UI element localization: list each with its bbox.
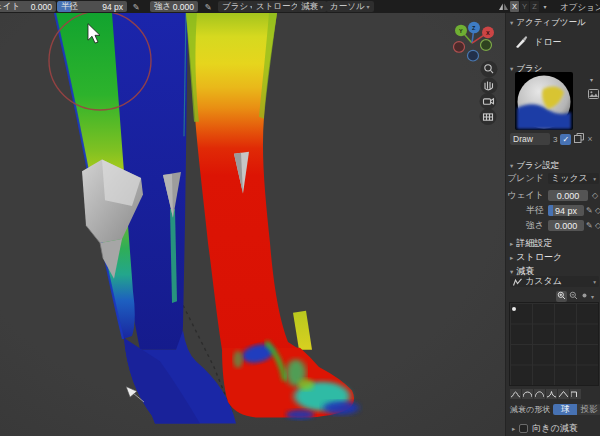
zoom-button[interactable] — [481, 61, 498, 77]
weight-field-value: 0.000 — [31, 2, 52, 12]
curve-toolbar: ▾ — [556, 291, 600, 302]
chevron-right-icon: ▸ — [512, 425, 515, 433]
falloff-shape-row: 減衰の形状 球 投影 — [510, 404, 600, 415]
gizmo-axis-x-neg[interactable] — [454, 42, 465, 53]
curve-icon — [513, 278, 522, 286]
brush-image-icon[interactable] — [588, 89, 599, 101]
mirror-dropdown-icon[interactable]: ▾ — [540, 1, 550, 12]
brush-preview-dropdown-icon[interactable]: ▾ — [590, 76, 593, 83]
front-face-falloff-row[interactable]: ▸ 向きの減衰 — [512, 422, 600, 435]
preset-constant-button[interactable] — [570, 389, 581, 399]
chevron-down-icon: ▾ — [510, 162, 513, 170]
active-tool-name: ドロー — [534, 36, 561, 49]
pan-hand-button[interactable] — [481, 78, 498, 94]
curve-zoom-in-icon[interactable] — [556, 291, 567, 302]
brush-fake-user-toggle[interactable]: ✓ — [560, 134, 571, 145]
shape-sphere-button[interactable]: 球 — [553, 404, 577, 415]
strength-field-label: 強さ — [154, 1, 171, 12]
panel-radius-slider[interactable]: 94 px — [548, 205, 584, 216]
brush-preview[interactable] — [515, 72, 573, 130]
stroke-title: ストローク — [516, 251, 562, 264]
panel-strength-label: 強さ — [506, 219, 544, 232]
curve-zoom-out-icon[interactable] — [569, 291, 578, 302]
strength-edit-icon[interactable]: ✎ — [201, 1, 215, 12]
brush-name-field[interactable]: Draw — [510, 133, 550, 145]
front-face-label: 向きの減衰 — [532, 422, 577, 435]
brush-settings-title: ブラシ設定 — [516, 160, 559, 172]
preset-sharp-button[interactable] — [546, 389, 557, 399]
chevron-down-icon: ▾ — [510, 65, 513, 73]
brush-user-count[interactable]: 3 — [553, 135, 557, 144]
strength-pressure-icon[interactable]: ✎ — [586, 221, 593, 230]
preset-smooth-button[interactable] — [510, 389, 521, 399]
panel-radius-fill — [548, 205, 553, 216]
svg-text:X: X — [486, 30, 490, 36]
options-menu[interactable]: オプション — [560, 2, 600, 14]
weight-field[interactable]: ェイト 0.000 — [0, 1, 56, 12]
panel-weight-field[interactable]: 0.000 — [548, 190, 588, 201]
section-advanced[interactable]: ▸ 詳細設定 — [506, 237, 600, 250]
front-face-checkbox[interactable] — [519, 424, 528, 433]
menu-falloff[interactable]: 減衰▾ — [297, 1, 327, 12]
section-brush-settings[interactable]: ▾ ブラシ設定 — [506, 160, 600, 172]
svg-text:Y: Y — [459, 28, 463, 34]
brush-unlink-icon[interactable]: × — [587, 134, 592, 144]
mirror-z-toggle[interactable]: Z — [530, 1, 539, 12]
preset-root-button[interactable] — [534, 389, 545, 399]
blend-mode-dropdown[interactable]: ミックス ▾ — [548, 173, 599, 184]
viewport-3d[interactable]: Y Z X — [0, 13, 505, 436]
falloff-curve-dropdown[interactable]: カスタム ▾ — [510, 276, 599, 287]
blend-mode-value: ミックス — [551, 172, 588, 185]
shape-projected-button[interactable]: 投影 — [577, 404, 600, 415]
grid-perspective-button[interactable] — [480, 109, 497, 125]
menu-stroke-label: ストローク — [256, 1, 299, 13]
weight-row: ウェイト 0.000 ◇ — [506, 190, 600, 201]
radius-slider[interactable]: 半径 94 px — [57, 1, 127, 12]
strength-field[interactable]: 強さ 0.000 — [150, 1, 198, 12]
curve-control-point[interactable] — [512, 307, 516, 311]
preset-linear-button[interactable] — [558, 389, 569, 399]
chevron-right-icon: ▸ — [510, 254, 513, 262]
panel-radius-label: 半径 — [506, 204, 544, 217]
section-active-tool[interactable]: ▾ アクティブツール — [506, 17, 600, 29]
falloff-curve-value: カスタム — [525, 275, 562, 288]
mirror-x-toggle[interactable]: X — [510, 1, 519, 12]
gizmo-axis-y-neg[interactable] — [481, 40, 492, 51]
radius-edit-icon[interactable]: ✎ — [129, 1, 143, 12]
falloff-preset-row — [510, 389, 600, 399]
menu-falloff-label: 減衰 — [301, 1, 318, 13]
curve-options-icon[interactable] — [580, 291, 589, 302]
tool-settings-panel: ▾ アクティブツール ドロー ▾ ブラシ — [505, 13, 600, 436]
advanced-title: 詳細設定 — [516, 237, 552, 250]
weight-animate-icon[interactable]: ◇ — [592, 191, 598, 200]
mirror-icon[interactable] — [498, 1, 509, 12]
camera-view-button[interactable] — [480, 93, 497, 109]
preset-sphere-button[interactable] — [522, 389, 533, 399]
blend-label: ブレンド — [506, 172, 544, 185]
radius-pressure-icon[interactable]: ✎ — [586, 206, 593, 215]
curve-extra-dropdown-icon[interactable]: ▾ — [591, 293, 594, 300]
strength-field-value: 0.000 — [173, 2, 194, 12]
panel-radius-value: 94 px — [555, 206, 577, 216]
panel-weight-label: ウェイト — [506, 189, 544, 202]
gizmo-axis-z-neg[interactable] — [468, 50, 479, 61]
brush-name-row: Draw 3 ✓ × — [510, 133, 600, 145]
menu-brush-label: ブラシ — [222, 1, 248, 13]
mirror-y-toggle[interactable]: Y — [520, 1, 529, 12]
menu-cursor-label: カーソル — [330, 1, 365, 13]
menu-cursor[interactable]: カーソル▾ — [326, 1, 374, 12]
radius-slider-value: 94 px — [102, 2, 123, 12]
brush-duplicate-icon[interactable] — [574, 133, 584, 145]
blender-window: Y Z X — [0, 0, 600, 436]
draw-tool-icon — [514, 35, 528, 49]
strength-row: 強さ 0.000 ✎ ◇ — [506, 220, 600, 231]
section-stroke[interactable]: ▸ ストローク — [506, 251, 600, 264]
radius-row: 半径 94 px ✎ ◇ — [506, 205, 600, 216]
strength-animate-icon[interactable]: ◇ — [595, 221, 600, 230]
active-tool-row[interactable]: ドロー — [514, 35, 600, 49]
radius-animate-icon[interactable]: ◇ — [595, 206, 600, 215]
panel-weight-value: 0.000 — [557, 191, 580, 201]
active-tool-title: アクティブツール — [516, 17, 585, 29]
falloff-curve-editor[interactable] — [509, 302, 599, 386]
panel-strength-field[interactable]: 0.000 — [548, 220, 584, 231]
